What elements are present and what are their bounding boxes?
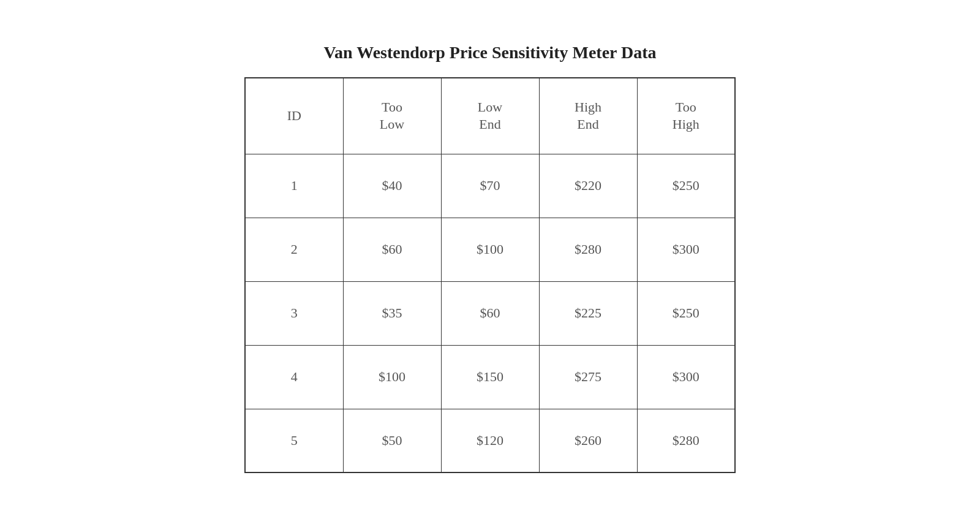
- table-row: 4$100$150$275$300: [245, 345, 735, 409]
- col-header-high-end: High End: [539, 78, 637, 154]
- cell-too_low-5: $50: [343, 409, 441, 472]
- col-header-too-low: Too Low: [343, 78, 441, 154]
- cell-high_end-4: $275: [539, 345, 637, 409]
- table-row: 5$50$120$260$280: [245, 409, 735, 472]
- cell-id-2: 2: [245, 218, 343, 281]
- col-header-low-end: Low End: [441, 78, 539, 154]
- cell-id-5: 5: [245, 409, 343, 472]
- cell-too_high-3: $250: [637, 281, 735, 345]
- col-header-too-high: Too High: [637, 78, 735, 154]
- cell-high_end-3: $225: [539, 281, 637, 345]
- page-title: Van Westendorp Price Sensitivity Meter D…: [323, 43, 656, 63]
- cell-low_end-2: $100: [441, 218, 539, 281]
- cell-low_end-4: $150: [441, 345, 539, 409]
- cell-too_low-4: $100: [343, 345, 441, 409]
- cell-id-4: 4: [245, 345, 343, 409]
- cell-id-3: 3: [245, 281, 343, 345]
- cell-too_high-1: $250: [637, 154, 735, 218]
- cell-too_low-1: $40: [343, 154, 441, 218]
- table-row: 3$35$60$225$250: [245, 281, 735, 345]
- cell-high_end-5: $260: [539, 409, 637, 472]
- cell-low_end-5: $120: [441, 409, 539, 472]
- cell-too_low-3: $35: [343, 281, 441, 345]
- table-header-row: ID Too Low Low End High End Too High: [245, 78, 735, 154]
- table-body: 1$40$70$220$2502$60$100$280$3003$35$60$2…: [245, 154, 735, 472]
- cell-too_high-4: $300: [637, 345, 735, 409]
- data-table: ID Too Low Low End High End Too High: [244, 77, 736, 473]
- cell-too_high-2: $300: [637, 218, 735, 281]
- cell-too_low-2: $60: [343, 218, 441, 281]
- cell-low_end-3: $60: [441, 281, 539, 345]
- col-header-id: ID: [245, 78, 343, 154]
- cell-high_end-2: $280: [539, 218, 637, 281]
- page-container: Van Westendorp Price Sensitivity Meter D…: [244, 43, 736, 473]
- table-row: 2$60$100$280$300: [245, 218, 735, 281]
- cell-low_end-1: $70: [441, 154, 539, 218]
- cell-too_high-5: $280: [637, 409, 735, 472]
- cell-id-1: 1: [245, 154, 343, 218]
- cell-high_end-1: $220: [539, 154, 637, 218]
- table-row: 1$40$70$220$250: [245, 154, 735, 218]
